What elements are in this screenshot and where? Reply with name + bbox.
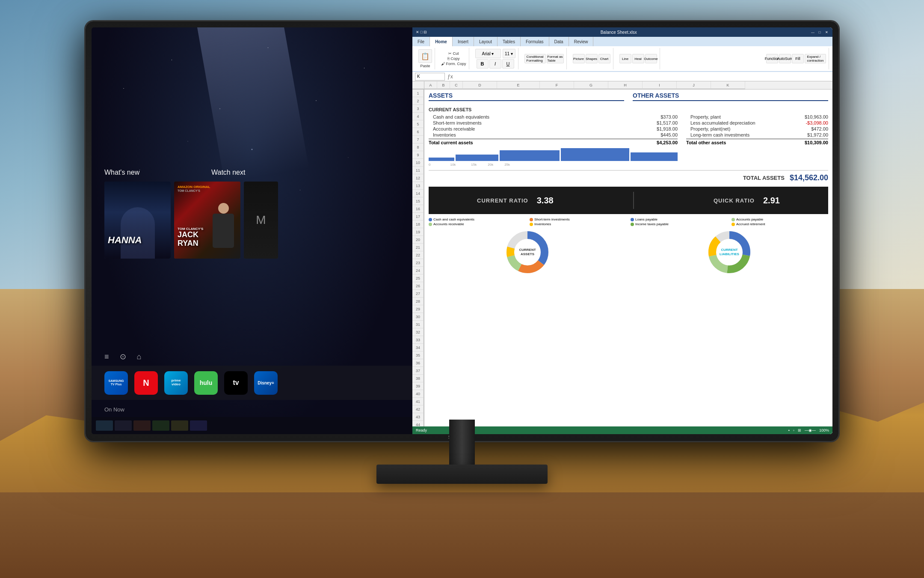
paste-label: Paste	[420, 64, 430, 68]
formula-equals: ƒx	[447, 74, 453, 80]
formula-input[interactable]	[456, 73, 830, 80]
fill-button[interactable]: Fill	[792, 54, 804, 63]
row-27: 27	[412, 290, 424, 298]
excel-ribbon-content: 📋 Paste ✂ Cut ⎘ Copy 🖌 Form. Copy Arial …	[412, 46, 832, 72]
total-other-assets-value: $10,309.00	[805, 140, 828, 145]
row-37: 37	[412, 367, 424, 375]
current-liabilities-legend: Loans payable Accounts payable	[631, 217, 828, 226]
row-4: 4	[412, 113, 424, 120]
chart-button[interactable]: Chart	[598, 54, 610, 63]
col-header-C: C	[450, 81, 463, 89]
app-apple-tv[interactable]: tv	[224, 371, 248, 395]
app-hulu[interactable]: hulu	[194, 371, 218, 395]
font-select[interactable]: Arial ▾	[475, 49, 501, 58]
font-size-select[interactable]: 11 ▾	[503, 49, 515, 58]
legend-cash-dot	[429, 218, 432, 221]
expand-button[interactable]: □	[817, 30, 822, 35]
name-box[interactable]: K	[415, 73, 445, 80]
row-26: 26	[412, 282, 424, 290]
row-16: 16	[412, 205, 424, 213]
line-button[interactable]: Line	[619, 54, 631, 63]
view-normal[interactable]: ▪	[788, 428, 790, 432]
tab-formulas[interactable]: Formulas	[521, 37, 549, 46]
tab-home[interactable]: Home	[430, 37, 453, 46]
tab-layout[interactable]: Layout	[474, 37, 498, 46]
bold-button[interactable]: B	[477, 59, 489, 69]
col-header-A: A	[424, 81, 437, 89]
function-button[interactable]: Function	[766, 54, 778, 63]
tv-thumbnails: AMAZON ORIGINAL HANNA AMAZON ORIGINAL TO…	[104, 182, 278, 259]
col-header-D: D	[463, 81, 497, 89]
search-icon[interactable]: ⊙	[120, 352, 126, 361]
shapes-button[interactable]: Shapes	[586, 54, 598, 63]
underline-button[interactable]: U	[502, 59, 514, 69]
less-depreciation-row: Less accumulated depreciation -$3,098.00	[686, 120, 828, 126]
tab-tables[interactable]: Tables	[498, 37, 521, 46]
minimize-button[interactable]: —	[810, 30, 815, 35]
jackryan-subtitle: TOM CLANCY'S	[178, 189, 200, 192]
current-assets-donut-wrapper: CURRENT ASSETS	[429, 229, 626, 276]
longterm-cash-value: $1,972.00	[798, 132, 828, 137]
view-layout[interactable]: ▫	[793, 428, 794, 432]
row-headers: 1 2 3 4 5 6 7 8 9 10 11 12 13	[412, 89, 424, 434]
col-header-H: H	[608, 81, 643, 89]
thumbnail-hanna[interactable]: AMAZON ORIGINAL HANNA	[104, 182, 171, 259]
row-10: 10	[412, 159, 424, 167]
legend-tax-dot	[631, 223, 634, 226]
heal-button[interactable]: Heal	[632, 54, 644, 63]
tab-review[interactable]: Review	[569, 37, 594, 46]
row-29: 29	[412, 305, 424, 313]
row-35: 35	[412, 352, 424, 359]
excel-title: Balance Sheet.xlsx	[427, 30, 810, 35]
col-header-G: G	[574, 81, 608, 89]
autosum-button[interactable]: AutoSum	[779, 54, 791, 63]
jackryan-badge: AMAZON ORIGINAL	[178, 185, 210, 189]
balance-sheet-columns: CURRENT ASSETS Cash and cash equivalents…	[429, 107, 828, 167]
legend-loans: Loans payable	[631, 217, 727, 221]
app-disney-plus[interactable]: Disney+	[254, 371, 278, 395]
row-13: 13	[412, 182, 424, 190]
legend-shortterm-dot	[530, 218, 533, 221]
italic-button[interactable]: I	[489, 59, 501, 69]
legend-loans-text: Loans payable	[635, 217, 657, 221]
col-header-K: K	[711, 81, 745, 89]
zoom-slider[interactable]: —◉—	[805, 428, 816, 432]
app-netflix[interactable]: N	[134, 371, 158, 395]
tab-insert[interactable]: Insert	[453, 37, 474, 46]
current-assets-chart: Cash and cash equivalents Short-term inv…	[429, 217, 626, 276]
outcome-button[interactable]: Outcome	[645, 54, 657, 63]
less-depreciation-label: Less accumulated depreciation	[686, 120, 755, 125]
app-prime-video[interactable]: primevideo	[164, 371, 188, 395]
monitor-stand-base	[376, 465, 548, 484]
legend-accounts-payable: Accounts payable	[732, 217, 828, 221]
view-pagebreak[interactable]: ⊞	[798, 428, 801, 432]
expand-button-ribbon[interactable]: Expand /contraction	[805, 54, 826, 63]
tab-data[interactable]: Data	[549, 37, 569, 46]
format-painter-button[interactable]: 🖌 Form. Copy	[441, 62, 466, 66]
copy-button[interactable]: ⎘ Copy	[447, 57, 460, 61]
formula-bar: K ƒx	[412, 72, 832, 81]
conditional-format-button[interactable]: ConditionalFormatting	[524, 54, 546, 63]
legend-loans-dot	[631, 218, 634, 221]
tab-file[interactable]: File	[412, 37, 430, 46]
paste-button[interactable]: 📋	[418, 49, 432, 63]
format-as-table-button[interactable]: Format asTable	[547, 54, 564, 63]
legend-accrued-text: Accrued retirement	[736, 222, 765, 226]
donut1-label: CURRENT ASSETS	[519, 248, 536, 256]
app-samsung-tvplus[interactable]: SAMSUNGTV Plus	[104, 371, 128, 395]
cut-button[interactable]: ✂ Cut	[448, 51, 459, 56]
legend-cash-text: Cash and cash equivalents	[433, 217, 474, 221]
close-button[interactable]: ✕	[824, 30, 829, 35]
menu-icon[interactable]: ≡	[104, 352, 109, 361]
home-icon[interactable]: ⌂	[137, 352, 142, 361]
ribbon-font-group: Arial ▾ 11 ▾ B I U	[473, 48, 518, 69]
sparkline-chart: 0 10k 15k 20k 25k	[429, 148, 678, 167]
legend-ar-dot	[429, 223, 432, 226]
whats-new-label: What's new	[104, 169, 139, 176]
total-other-assets-row: Total other assets $10,309.00	[686, 139, 828, 145]
total-current-assets-label: Total current assets	[429, 140, 473, 145]
picture-button[interactable]: Picture	[573, 54, 585, 63]
accounts-receivable-row: Accounts receivable $1,918.00	[429, 126, 678, 132]
thumbnail-jackryan[interactable]: AMAZON ORIGINAL TOM CLANCY'S TOM CLANCY'…	[174, 182, 240, 259]
thumbnail-mystery[interactable]: M	[244, 182, 278, 259]
